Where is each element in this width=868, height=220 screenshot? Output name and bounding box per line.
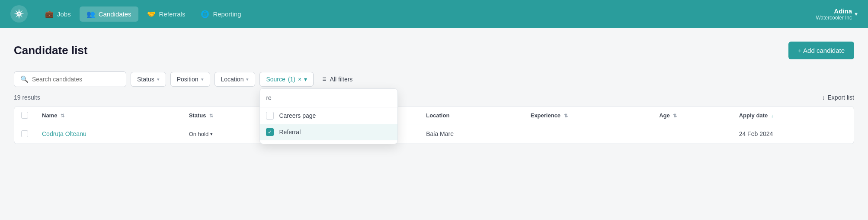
dropdown-item-referral[interactable]: ✓ Referral: [260, 124, 397, 140]
nav-item-candidates[interactable]: 👥 Candidates: [80, 6, 138, 22]
status-filter-chevron-icon: ▾: [157, 77, 160, 82]
position-filter-button[interactable]: Position ▾: [170, 72, 210, 87]
source-filter-wrapper: Source (1) × ▾ Careers page ✓ Referra: [259, 72, 314, 87]
candidates-table: Name ⇅ Status ⇅ Position ⇅ Location: [14, 106, 854, 144]
source-filter-button[interactable]: Source (1) × ▾: [259, 72, 314, 87]
table-header-row: Name ⇅ Status ⇅ Position ⇅ Location: [14, 107, 854, 124]
logo[interactable]: [10, 5, 28, 23]
th-age-sort-icon: ⇅: [673, 113, 677, 119]
person-add-icon: 🤝: [147, 10, 156, 18]
search-box: 🔍: [14, 71, 126, 87]
svg-point-0: [10, 5, 28, 23]
td-apply-date: 24 Feb 2024: [732, 124, 854, 144]
th-name-label: Name: [42, 112, 57, 119]
th-apply-date[interactable]: Apply date ↓: [732, 107, 854, 124]
add-candidate-button[interactable]: + Add candidate: [788, 42, 854, 59]
chart-icon: 🌐: [201, 10, 209, 18]
all-filters-button[interactable]: ≡ All filters: [318, 72, 357, 87]
status-label: On hold: [189, 131, 209, 137]
nav-item-jobs[interactable]: 💼 Jobs: [38, 6, 78, 22]
status-filter-button[interactable]: Status ▾: [131, 72, 166, 87]
source-filter-chevron-icon: ▾: [304, 76, 307, 83]
position-filter-label: Position: [177, 76, 199, 83]
export-arrow-icon: ↓: [822, 94, 825, 101]
filters-row: 🔍 Status ▾ Position ▾ Location ▾ Source …: [14, 71, 854, 87]
location-filter-chevron-icon: ▾: [246, 77, 249, 82]
th-name[interactable]: Name ⇅: [35, 107, 182, 124]
dropdown-item-careers-page-checkbox[interactable]: [266, 112, 274, 120]
status-filter-label: Status: [137, 76, 154, 83]
th-apply-date-sort-icon: ↓: [771, 113, 774, 118]
dropdown-item-referral-label: Referral: [279, 129, 301, 136]
export-label: Export list: [828, 94, 854, 101]
dropdown-item-referral-checkbox[interactable]: ✓: [266, 128, 274, 136]
nav-items: 💼 Jobs 👥 Candidates 🤝 Referrals 🌐 Report…: [38, 6, 812, 22]
nav-item-jobs-label: Jobs: [57, 10, 71, 18]
candidate-name-link[interactable]: Codruța Olteanu: [42, 130, 86, 137]
results-row: 19 results ↓ Export list: [14, 94, 854, 101]
status-chevron-icon[interactable]: ▾: [210, 131, 213, 137]
td-age: [652, 124, 732, 144]
export-button[interactable]: ↓ Export list: [822, 94, 854, 101]
search-icon: 🔍: [20, 75, 29, 83]
table-row: Codruța Olteanu On hold ▾ Generic referr…: [14, 124, 854, 144]
th-status-sort-icon: ⇅: [209, 113, 213, 119]
people-icon: 👥: [86, 10, 95, 18]
briefcase-icon: 💼: [45, 10, 54, 18]
td-experience: [524, 124, 652, 144]
dropdown-item-careers-page[interactable]: Careers page: [260, 107, 397, 124]
location-filter-button[interactable]: Location ▾: [215, 72, 256, 87]
source-filter-count: (1): [288, 76, 295, 83]
source-filter-label: Source: [266, 76, 285, 83]
th-name-sort-icon: ⇅: [61, 113, 64, 119]
navbar: 💼 Jobs 👥 Candidates 🤝 Referrals 🌐 Report…: [0, 0, 868, 28]
th-status-label: Status: [189, 112, 206, 119]
nav-item-candidates-label: Candidates: [99, 10, 131, 18]
user-menu[interactable]: Adina Watercooler Inc ▾: [816, 7, 858, 21]
dropdown-search-input[interactable]: [266, 94, 391, 101]
results-count: 19 results: [14, 94, 40, 101]
nav-item-reporting-label: Reporting: [213, 10, 241, 18]
th-experience-label: Experience: [531, 112, 561, 119]
all-filters-label: All filters: [330, 76, 352, 83]
row-checkbox[interactable]: [21, 130, 28, 137]
th-location[interactable]: Location: [419, 107, 524, 124]
td-name: Codruța Olteanu: [35, 124, 182, 144]
user-name: Adina: [816, 7, 852, 15]
search-input[interactable]: [32, 76, 120, 83]
th-experience[interactable]: Experience ⇅: [524, 107, 652, 124]
select-all-checkbox[interactable]: [21, 112, 28, 119]
dropdown-item-careers-page-label: Careers page: [279, 112, 316, 119]
page-title: Candidate list: [14, 44, 87, 57]
td-location: Baia Mare: [419, 124, 524, 144]
td-row-checkbox: [14, 124, 35, 144]
status-badge: On hold ▾: [189, 131, 213, 137]
position-filter-chevron-icon: ▾: [201, 77, 204, 82]
main-content: Candidate list + Add candidate 🔍 Status …: [0, 28, 868, 144]
th-experience-sort-icon: ⇅: [564, 113, 568, 119]
page-header: Candidate list + Add candidate: [14, 42, 854, 59]
location-filter-label: Location: [221, 76, 244, 83]
source-filter-x-icon[interactable]: ×: [298, 76, 301, 83]
th-age[interactable]: Age ⇅: [652, 107, 732, 124]
nav-item-reporting[interactable]: 🌐 Reporting: [194, 6, 248, 22]
user-company: Watercooler Inc: [816, 15, 852, 21]
th-select-all: [14, 107, 35, 124]
th-age-label: Age: [659, 112, 670, 119]
th-apply-date-label: Apply date: [739, 112, 768, 119]
nav-item-referrals-label: Referrals: [159, 10, 186, 18]
nav-item-referrals[interactable]: 🤝 Referrals: [140, 6, 192, 22]
th-location-label: Location: [426, 112, 449, 119]
filter-lines-icon: ≡: [322, 75, 326, 83]
source-dropdown: Careers page ✓ Referral: [259, 88, 398, 144]
user-chevron-icon: ▾: [855, 10, 858, 17]
dropdown-search-area: [260, 89, 397, 107]
